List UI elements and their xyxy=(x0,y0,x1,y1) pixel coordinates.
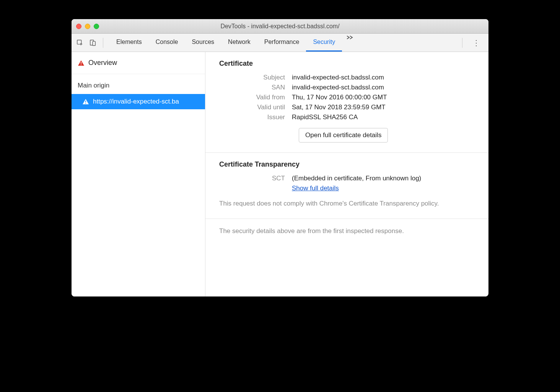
sidebar-origin-header: Main origin xyxy=(72,74,205,94)
cert-row-issuer: Issuer RapidSSL SHA256 CA xyxy=(219,113,475,121)
tab-console[interactable]: Console xyxy=(149,34,185,52)
cert-san-value: invalid-expected-sct.badssl.com xyxy=(292,84,384,91)
ct-row-sct: SCT (Embedded in certificate, From unkno… xyxy=(219,175,475,182)
warning-triangle-icon xyxy=(78,60,85,66)
window-zoom-button[interactable] xyxy=(94,24,99,29)
svg-rect-6 xyxy=(85,103,86,104)
cert-issuer-value: RapidSSL SHA256 CA xyxy=(292,113,358,121)
cert-subject-label: Subject xyxy=(219,74,292,81)
cert-validfrom-label: Valid from xyxy=(219,94,292,101)
cert-row-san: SAN invalid-expected-sct.badssl.com xyxy=(219,84,475,91)
toolbar-icon-group xyxy=(76,39,97,47)
ct-section: Certificate Transparency SCT (Embedded i… xyxy=(205,153,488,219)
more-tabs-icon[interactable] xyxy=(342,34,358,52)
warning-triangle-icon xyxy=(82,99,89,105)
security-sidebar: Overview Main origin https://invalid-exp… xyxy=(72,52,205,296)
device-toolbar-icon[interactable] xyxy=(89,39,97,47)
cert-validuntil-label: Valid until xyxy=(219,104,292,111)
sidebar-origin-item[interactable]: https://invalid-expected-sct.ba xyxy=(72,94,205,109)
cert-row-validuntil: Valid until Sat, 17 Nov 2018 23:59:59 GM… xyxy=(219,104,475,111)
certificate-section: Certificate Subject invalid-expected-sct… xyxy=(205,52,488,153)
ct-sct-value: (Embedded in certificate, From unknown l… xyxy=(292,175,421,182)
cert-issuer-label: Issuer xyxy=(219,113,292,121)
tab-sources[interactable]: Sources xyxy=(185,34,221,52)
certificate-heading: Certificate xyxy=(219,60,475,68)
window-traffic-lights xyxy=(76,24,99,29)
devtools-toolbar: Elements Console Sources Network Perform… xyxy=(72,34,488,52)
sidebar-overview-label: Overview xyxy=(88,59,117,67)
window-title: DevTools - invalid-expected-sct.badssl.c… xyxy=(72,23,488,30)
tab-network[interactable]: Network xyxy=(221,34,257,52)
cert-validuntil-value: Sat, 17 Nov 2018 23:59:59 GMT xyxy=(292,104,386,111)
security-main: Certificate Subject invalid-expected-sct… xyxy=(205,52,488,296)
panel-body: Overview Main origin https://invalid-exp… xyxy=(72,52,488,296)
svg-rect-5 xyxy=(85,100,86,102)
ct-row-link: Show full details xyxy=(219,185,475,192)
devtools-window: DevTools - invalid-expected-sct.badssl.c… xyxy=(72,19,488,296)
cert-san-label: SAN xyxy=(219,84,292,91)
toolbar-divider-2 xyxy=(462,38,462,48)
tab-security[interactable]: Security xyxy=(306,34,342,52)
ct-show-details-link[interactable]: Show full details xyxy=(292,185,339,192)
window-minimize-button[interactable] xyxy=(85,24,90,29)
svg-rect-3 xyxy=(81,62,81,63)
open-certificate-button[interactable]: Open full certificate details xyxy=(299,128,388,143)
ct-sct-label: SCT xyxy=(219,175,292,182)
inspect-element-icon[interactable] xyxy=(76,39,84,47)
tab-performance[interactable]: Performance xyxy=(257,34,306,52)
cert-validfrom-value: Thu, 17 Nov 2016 00:00:00 GMT xyxy=(292,94,387,101)
sidebar-origin-url: https://invalid-expected-sct.ba xyxy=(93,98,179,105)
sidebar-overview[interactable]: Overview xyxy=(72,52,205,74)
toolbar-menu-icon[interactable]: ⋮ xyxy=(469,38,484,47)
toolbar-divider xyxy=(103,38,103,48)
tab-elements[interactable]: Elements xyxy=(109,34,149,52)
cert-subject-value: invalid-expected-sct.badssl.com xyxy=(292,74,384,81)
window-titlebar: DevTools - invalid-expected-sct.badssl.c… xyxy=(72,19,488,34)
cert-row-validfrom: Valid from Thu, 17 Nov 2016 00:00:00 GMT xyxy=(219,94,475,101)
svg-rect-2 xyxy=(93,41,95,45)
ct-policy-note: This request does not comply with Chrome… xyxy=(219,199,475,209)
security-footer-note: The security details above are from the … xyxy=(205,219,488,243)
devtools-tabs: Elements Console Sources Network Perform… xyxy=(109,34,456,52)
cert-row-subject: Subject invalid-expected-sct.badssl.com xyxy=(219,74,475,81)
window-close-button[interactable] xyxy=(76,24,81,29)
svg-rect-4 xyxy=(81,64,81,65)
ct-heading: Certificate Transparency xyxy=(219,160,475,168)
